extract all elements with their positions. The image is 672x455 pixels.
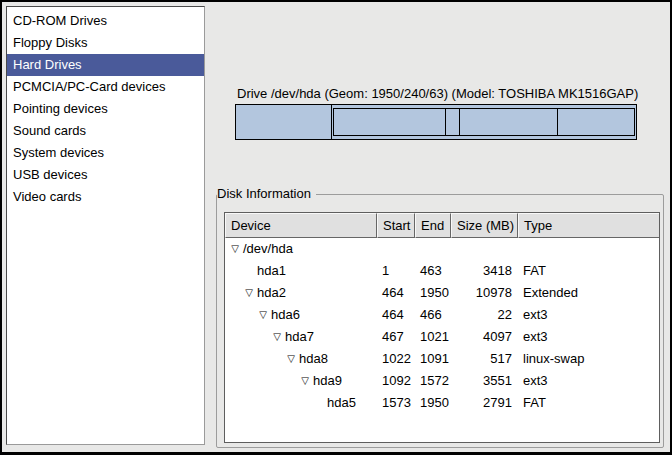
tree-indent bbox=[227, 359, 283, 360]
type-cell: FAT bbox=[518, 260, 659, 282]
extended-partition-inner-bar bbox=[333, 108, 635, 136]
table-header-row: DeviceStartEndSize (MB)Type bbox=[225, 213, 659, 238]
tree-indent bbox=[227, 337, 269, 338]
end-cell: 466 bbox=[415, 304, 451, 326]
device-label: hda2 bbox=[257, 282, 286, 304]
type-cell: ext3 bbox=[518, 370, 659, 392]
tree-indent bbox=[227, 315, 255, 316]
table-row-hda5[interactable]: ▽hda5157319502791FAT bbox=[225, 392, 659, 414]
disk-partition-bar bbox=[235, 104, 637, 140]
end-cell: 1091 bbox=[415, 348, 451, 370]
device-cell: ▽hda9 bbox=[225, 370, 377, 392]
tree-indent bbox=[227, 403, 311, 404]
column-header-start[interactable]: Start bbox=[377, 213, 415, 238]
type-cell: Extended bbox=[518, 282, 659, 304]
size-cell: 22 bbox=[451, 304, 518, 326]
device-cell: ▽/dev/hda bbox=[225, 238, 377, 260]
sidebar-item-pointing-devices[interactable]: Pointing devices bbox=[7, 98, 204, 120]
start-cell: 1092 bbox=[377, 370, 415, 392]
expander-open-icon[interactable]: ▽ bbox=[255, 304, 271, 326]
sidebar-item-system-devices[interactable]: System devices bbox=[7, 142, 204, 164]
table-row-hda6[interactable]: ▽hda646446622ext3 bbox=[225, 304, 659, 326]
type-cell: ext3 bbox=[518, 326, 659, 348]
partition-segment-extended bbox=[332, 105, 636, 139]
device-cell: ▽hda1 bbox=[225, 260, 377, 282]
expander-open-icon[interactable]: ▽ bbox=[283, 348, 299, 370]
end-cell: 1572 bbox=[415, 370, 451, 392]
device-label: /dev/hda bbox=[243, 238, 293, 260]
table-row-hda8[interactable]: ▽hda810221091517linux-swap bbox=[225, 348, 659, 370]
device-cell: ▽hda5 bbox=[225, 392, 377, 414]
type-cell: linux-swap bbox=[518, 348, 659, 370]
sidebar-item-sound-cards[interactable]: Sound cards bbox=[7, 120, 204, 142]
partition-segment-hda9 bbox=[460, 109, 559, 135]
start-cell: 1022 bbox=[377, 348, 415, 370]
device-label: hda1 bbox=[257, 260, 286, 282]
end-cell: 1950 bbox=[415, 392, 451, 414]
type-cell: FAT bbox=[518, 392, 659, 414]
partition-segment-hda8 bbox=[446, 109, 460, 135]
device-cell: ▽hda6 bbox=[225, 304, 377, 326]
expander-open-icon[interactable]: ▽ bbox=[269, 326, 285, 348]
start-cell: 1573 bbox=[377, 392, 415, 414]
table-row-dev-hda[interactable]: ▽/dev/hda bbox=[225, 238, 659, 260]
column-header-type[interactable]: Type bbox=[518, 213, 659, 238]
size-cell: 3551 bbox=[451, 370, 518, 392]
end-cell bbox=[415, 238, 451, 260]
sidebar-item-floppy-disks[interactable]: Floppy Disks bbox=[7, 32, 204, 54]
tree-indent bbox=[227, 381, 297, 382]
device-cell: ▽hda8 bbox=[225, 348, 377, 370]
start-cell: 1 bbox=[377, 260, 415, 282]
expander-open-icon[interactable]: ▽ bbox=[241, 282, 257, 304]
column-header-end[interactable]: End bbox=[415, 213, 451, 238]
device-label: hda6 bbox=[271, 304, 300, 326]
sidebar-item-video-cards[interactable]: Video cards bbox=[7, 186, 204, 208]
device-label: hda8 bbox=[299, 348, 328, 370]
partition-segment-hda5 bbox=[558, 109, 634, 135]
type-cell: ext3 bbox=[518, 304, 659, 326]
partition-segment-hda7 bbox=[334, 109, 446, 135]
column-header-device[interactable]: Device bbox=[225, 213, 377, 238]
sidebar-item-hard-drives[interactable]: Hard Drives bbox=[7, 54, 204, 76]
start-cell: 464 bbox=[377, 304, 415, 326]
sidebar-item-usb-devices[interactable]: USB devices bbox=[7, 164, 204, 186]
device-label: hda5 bbox=[327, 392, 356, 414]
hardware-browser-window: CD-ROM DrivesFloppy DisksHard DrivesPCMC… bbox=[0, 0, 672, 455]
start-cell: 467 bbox=[377, 326, 415, 348]
table-body: ▽/dev/hda▽hda114633418FAT▽hda24641950109… bbox=[225, 238, 659, 414]
size-cell: 4097 bbox=[451, 326, 518, 348]
expander-open-icon[interactable]: ▽ bbox=[227, 238, 243, 260]
expander-open-icon[interactable]: ▽ bbox=[297, 370, 313, 392]
tree-indent bbox=[227, 293, 241, 294]
device-category-list: CD-ROM DrivesFloppy DisksHard DrivesPCMC… bbox=[6, 6, 205, 445]
sidebar-item-pcmcia-pc-card-devices[interactable]: PCMCIA/PC-Card devices bbox=[7, 76, 204, 98]
device-label: hda9 bbox=[313, 370, 342, 392]
table-row-hda9[interactable]: ▽hda9109215723551ext3 bbox=[225, 370, 659, 392]
end-cell: 1021 bbox=[415, 326, 451, 348]
drive-title: Drive /dev/hda (Geom: 1950/240/63) (Mode… bbox=[237, 86, 667, 101]
start-cell: 464 bbox=[377, 282, 415, 304]
device-label: hda7 bbox=[285, 326, 314, 348]
table-row-hda7[interactable]: ▽hda746710214097ext3 bbox=[225, 326, 659, 348]
disk-information-frame-label: Disk Information bbox=[217, 186, 316, 201]
partition-segment-hda1 bbox=[236, 105, 332, 139]
sidebar-item-cd-rom-drives[interactable]: CD-ROM Drives bbox=[7, 10, 204, 32]
disk-information-table: DeviceStartEndSize (MB)Type ▽/dev/hda▽hd… bbox=[224, 212, 660, 443]
type-cell bbox=[518, 238, 659, 260]
device-cell: ▽hda2 bbox=[225, 282, 377, 304]
size-cell: 517 bbox=[451, 348, 518, 370]
table-row-hda1[interactable]: ▽hda114633418FAT bbox=[225, 260, 659, 282]
end-cell: 1950 bbox=[415, 282, 451, 304]
disk-information-frame: Disk Information DeviceStartEndSize (MB)… bbox=[216, 194, 664, 448]
size-cell: 3418 bbox=[451, 260, 518, 282]
size-cell: 10978 bbox=[451, 282, 518, 304]
start-cell bbox=[377, 238, 415, 260]
device-cell: ▽hda7 bbox=[225, 326, 377, 348]
end-cell: 463 bbox=[415, 260, 451, 282]
size-cell: 2791 bbox=[451, 392, 518, 414]
column-header-size-mb[interactable]: Size (MB) bbox=[451, 213, 518, 238]
tree-indent bbox=[227, 271, 241, 272]
table-row-hda2[interactable]: ▽hda2464195010978Extended bbox=[225, 282, 659, 304]
size-cell bbox=[451, 238, 518, 260]
